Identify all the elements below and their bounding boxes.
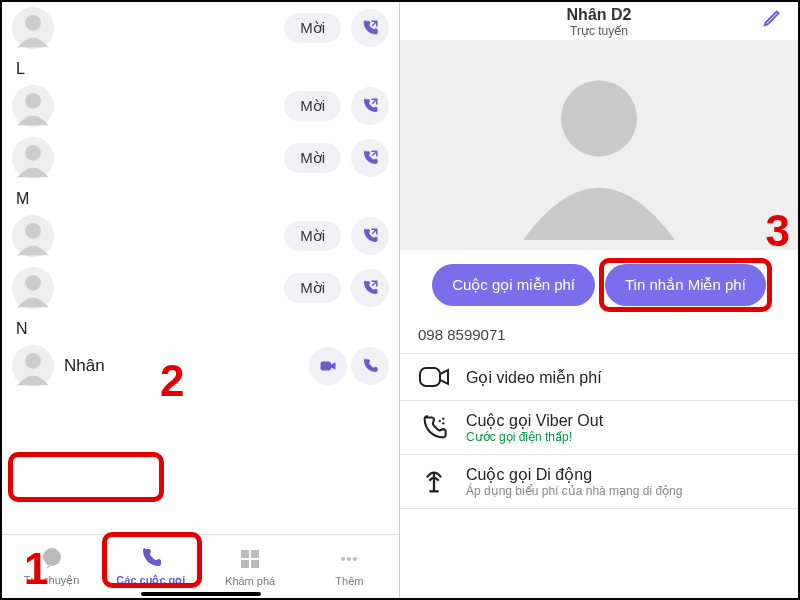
contact-row[interactable]: Mời <box>2 132 399 184</box>
option-title: Cuộc gọi Di động <box>466 465 682 484</box>
svg-point-13 <box>43 548 61 566</box>
section-header-M: M <box>2 184 399 210</box>
tab-label: Khám phá <box>225 575 275 587</box>
option-title: Gọi video miễn phí <box>466 368 602 387</box>
call-button[interactable] <box>351 269 389 307</box>
contact-header: Nhân D2 Trực tuyến <box>400 2 798 40</box>
svg-point-25 <box>442 422 444 424</box>
option-subtitle: Áp dụng biểu phí của nhà mạng di động <box>466 484 682 498</box>
invite-button[interactable]: Mời <box>284 273 341 303</box>
svg-point-11 <box>25 353 41 369</box>
svg-point-23 <box>439 419 441 421</box>
viberout-icon <box>418 414 450 442</box>
annotation-box-2-contact <box>8 452 164 502</box>
invite-button[interactable]: Mời <box>284 91 341 121</box>
tab-calls[interactable]: Các cuộc gọi <box>101 535 200 598</box>
svg-rect-12 <box>321 362 332 371</box>
contact-subtitle: Trực tuyến <box>400 24 798 38</box>
invite-button[interactable]: Mời <box>284 221 341 251</box>
section-header-N: N <box>2 314 399 340</box>
contact-row[interactable]: Mời <box>2 210 399 262</box>
edit-icon[interactable] <box>762 6 784 32</box>
svg-point-7 <box>25 223 41 239</box>
contact-row[interactable]: Mời <box>2 2 399 54</box>
contact-title: Nhân D2 <box>400 6 798 24</box>
svg-point-1 <box>25 15 41 31</box>
contact-avatar-large: 3 <box>400 40 798 250</box>
tab-label: Các cuộc gọi <box>116 574 185 587</box>
avatar-icon <box>12 85 54 127</box>
svg-rect-22 <box>420 368 440 386</box>
video-call-button[interactable] <box>309 347 347 385</box>
svg-point-18 <box>341 557 345 561</box>
call-button[interactable] <box>351 9 389 47</box>
avatar-icon <box>12 267 54 309</box>
home-indicator <box>141 592 261 596</box>
call-button[interactable] <box>351 217 389 255</box>
option-title: Cuộc gọi Viber Out <box>466 411 603 430</box>
svg-rect-14 <box>241 550 249 558</box>
tab-chat[interactable]: Trò chuyện <box>2 535 101 598</box>
option-mobile-call[interactable]: Cuộc gọi Di động Áp dụng biểu phí của nh… <box>400 455 798 509</box>
call-button[interactable] <box>351 87 389 125</box>
contact-row[interactable]: Mời <box>2 262 399 314</box>
bottom-tabbar: Trò chuyện Các cuộc gọi Khám phá Thêm <box>2 534 399 598</box>
invite-button[interactable]: Mời <box>284 143 341 173</box>
avatar-icon <box>12 137 54 179</box>
contact-detail-screen: Nhân D2 Trực tuyến 3 Cuộc gọi miễn phí T… <box>400 2 798 598</box>
contact-name: Nhân <box>64 356 305 376</box>
phone-number[interactable]: 098 8599071 <box>400 320 798 354</box>
action-buttons: Cuộc gọi miễn phí Tin nhắn Miễn phí <box>400 250 798 320</box>
free-call-button[interactable]: Cuộc gọi miễn phí <box>432 264 595 306</box>
option-video-call[interactable]: Gọi video miễn phí <box>400 354 798 401</box>
invite-button[interactable]: Mời <box>284 13 341 43</box>
contact-row[interactable]: Mời <box>2 80 399 132</box>
free-message-button[interactable]: Tin nhắn Miễn phí <box>605 264 766 306</box>
svg-point-5 <box>25 145 41 161</box>
contact-row-nhan[interactable]: Nhân <box>2 340 399 392</box>
svg-rect-15 <box>251 550 259 558</box>
svg-point-3 <box>25 93 41 109</box>
antenna-icon <box>418 468 450 496</box>
call-button[interactable] <box>351 347 389 385</box>
svg-rect-17 <box>251 560 259 568</box>
avatar-icon <box>12 345 54 387</box>
tab-more[interactable]: Thêm <box>300 535 399 598</box>
svg-rect-16 <box>241 560 249 568</box>
svg-point-9 <box>25 275 41 291</box>
svg-point-20 <box>353 557 357 561</box>
option-subtitle: Cước gọi điện thấp! <box>466 430 603 444</box>
tab-label: Trò chuyện <box>24 574 80 587</box>
contacts-screen: Mời L Mời Mời M Mời Mời <box>2 2 400 598</box>
call-button[interactable] <box>351 139 389 177</box>
option-viber-out[interactable]: Cuộc gọi Viber Out Cước gọi điện thấp! <box>400 401 798 455</box>
tab-explore[interactable]: Khám phá <box>201 535 300 598</box>
svg-point-19 <box>347 557 351 561</box>
annotation-number-3: 3 <box>766 206 790 256</box>
svg-point-21 <box>561 80 637 156</box>
svg-point-24 <box>442 417 444 419</box>
avatar-icon <box>12 215 54 257</box>
avatar-icon <box>12 7 54 49</box>
video-icon <box>418 364 450 390</box>
section-header-L: L <box>2 54 399 80</box>
tab-label: Thêm <box>335 575 363 587</box>
